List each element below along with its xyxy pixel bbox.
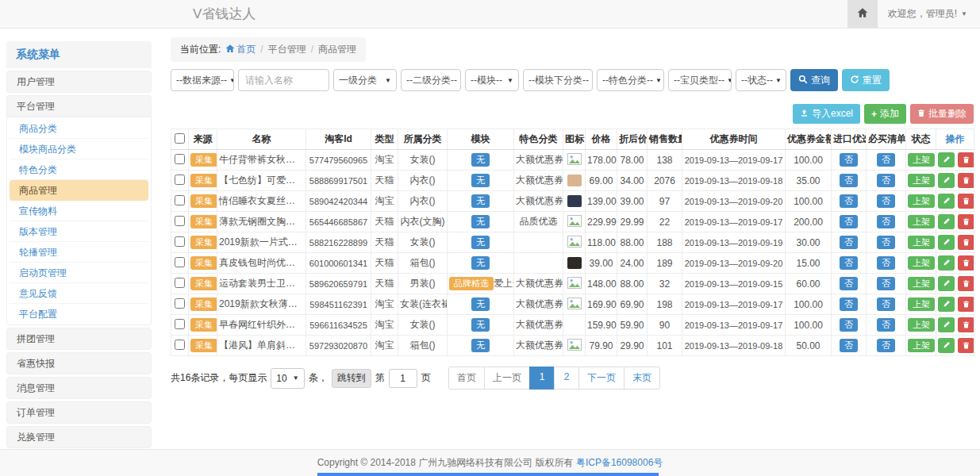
user-menu[interactable]: 欢迎您，管理员! ▼ [878,7,980,21]
query-button[interactable]: 查询 [790,69,838,91]
delete-button[interactable] [958,194,974,209]
status-badge[interactable]: 上架 [908,256,935,270]
sidebar-subitem-platform-config[interactable]: 平台配置 [10,304,148,324]
sidebar-item-exchange-management[interactable]: 兑换管理 [7,427,151,447]
import-select-toggle[interactable]: 否 [840,339,858,352]
row-checkbox[interactable] [175,195,185,205]
row-checkbox[interactable] [175,278,185,288]
page-button-1[interactable]: 1 [529,367,555,390]
sidebar-subitem-carousel-management[interactable]: 轮播管理 [10,242,148,263]
status-badge[interactable]: 上架 [908,174,935,187]
bottom-scrollbar-thumb[interactable] [317,473,659,476]
must-buy-toggle[interactable]: 否 [877,277,895,290]
status-badge[interactable]: 上架 [908,153,935,167]
must-buy-toggle[interactable]: 否 [877,153,895,167]
import-select-toggle[interactable]: 否 [840,298,858,311]
import-excel-button[interactable]: 导入excel [793,104,860,124]
import-select-toggle[interactable]: 否 [840,277,858,290]
must-buy-toggle[interactable]: 否 [877,236,895,249]
home-button[interactable] [847,0,878,28]
filter-select-level1-category[interactable]: 一级分类▼ [333,69,397,91]
edit-button[interactable] [938,214,955,229]
import-select-toggle[interactable]: 否 [840,174,858,187]
row-checkbox[interactable] [175,216,185,226]
page-button-下一页[interactable]: 下一页 [578,367,625,390]
must-buy-toggle[interactable]: 否 [877,215,895,228]
sidebar-item-user-management[interactable]: 用户管理 [7,71,151,92]
page-number-input[interactable] [389,369,417,388]
row-checkbox[interactable] [175,175,185,185]
import-select-toggle[interactable]: 否 [840,236,858,249]
select-all-checkbox[interactable] [175,133,185,144]
filter-select-item-type[interactable]: --宝贝类型--▼ [668,69,732,91]
import-select-toggle[interactable]: 否 [840,318,858,332]
status-badge[interactable]: 上架 [908,215,935,228]
must-buy-toggle[interactable]: 否 [877,339,895,352]
row-checkbox[interactable] [175,340,185,350]
import-select-toggle[interactable]: 否 [840,256,858,270]
sidebar-subitem-splash-page-management[interactable]: 启动页管理 [10,263,148,283]
sidebar-subitem-feature-category[interactable]: 特色分类 [10,159,148,180]
filter-select-module[interactable]: --模块--▼ [465,69,519,91]
status-badge[interactable]: 上架 [908,194,935,208]
filter-select-module-subcategory[interactable]: --模块下分类--▼ [523,69,593,91]
import-select-toggle[interactable]: 否 [840,215,858,228]
sidebar-item-group-buy-management[interactable]: 拼团管理 [7,328,151,349]
sidebar-item-savings-express[interactable]: 省惠快报 [7,353,151,374]
edit-button[interactable] [938,255,955,271]
sidebar-item-platform-management[interactable]: 平台管理 [7,96,151,117]
edit-button[interactable] [938,173,955,188]
sidebar-item-message-management[interactable]: 消息管理 [7,378,151,398]
page-button-2[interactable]: 2 [554,367,579,390]
filter-select-feature-category[interactable]: --特色分类--▼ [597,69,664,91]
filter-select-data-source[interactable]: --数据来源--▼ [171,69,234,91]
name-filter-input[interactable] [238,69,329,91]
filter-select-status[interactable]: --状态--▼ [736,69,786,91]
status-badge[interactable]: 上架 [908,339,935,352]
filter-select-level2-category[interactable]: --二级分类--▼ [401,69,461,91]
page-button-上一页[interactable]: 上一页 [484,367,530,390]
add-button[interactable]: + 添加 [864,104,906,124]
sidebar-item-order-management[interactable]: 订单管理 [7,402,151,423]
delete-button[interactable] [958,338,974,353]
status-badge[interactable]: 上架 [908,298,935,311]
page-button-首页[interactable]: 首页 [448,367,485,390]
sidebar-subitem-feedback[interactable]: 意见反馈 [10,283,148,304]
must-buy-toggle[interactable]: 否 [877,298,895,311]
delete-button[interactable] [958,276,974,291]
delete-button[interactable] [958,152,974,167]
must-buy-toggle[interactable]: 否 [877,318,895,332]
page-button-末页[interactable]: 末页 [624,367,660,390]
delete-button[interactable] [958,255,974,271]
status-badge[interactable]: 上架 [908,236,935,249]
must-buy-toggle[interactable]: 否 [877,256,895,270]
edit-button[interactable] [938,297,955,312]
jump-to-button[interactable]: 跳转到 [332,369,371,388]
row-checkbox[interactable] [175,298,185,309]
row-checkbox[interactable] [175,236,185,247]
delete-button[interactable] [958,297,974,312]
import-select-toggle[interactable]: 否 [840,194,858,208]
edit-button[interactable] [938,276,955,291]
icp-link[interactable]: 粤ICP备16098006号 [576,456,663,470]
status-badge[interactable]: 上架 [908,318,935,332]
sidebar-subitem-module-product-category[interactable]: 模块商品分类 [10,139,148,159]
per-page-select[interactable]: 10 ▼ [271,368,304,389]
edit-button[interactable] [938,235,955,250]
batch-delete-button[interactable]: 批量删除 [910,104,974,124]
must-buy-toggle[interactable]: 否 [877,174,895,187]
delete-button[interactable] [958,235,974,250]
must-buy-toggle[interactable]: 否 [877,194,895,208]
sidebar-subitem-product-category[interactable]: 商品分类 [10,118,148,139]
delete-button[interactable] [958,214,974,229]
row-checkbox[interactable] [175,257,185,267]
reset-button[interactable]: 重置 [842,69,890,91]
sidebar-subitem-promo-material[interactable]: 宣传物料 [10,201,148,221]
sidebar-subitem-product-management[interactable]: 商品管理 [10,180,148,201]
edit-button[interactable] [938,338,955,353]
sidebar-subitem-version-management[interactable]: 版本管理 [10,221,148,242]
edit-button[interactable] [938,317,955,332]
status-badge[interactable]: 上架 [908,277,935,290]
edit-button[interactable] [938,152,955,167]
row-checkbox[interactable] [175,154,185,164]
